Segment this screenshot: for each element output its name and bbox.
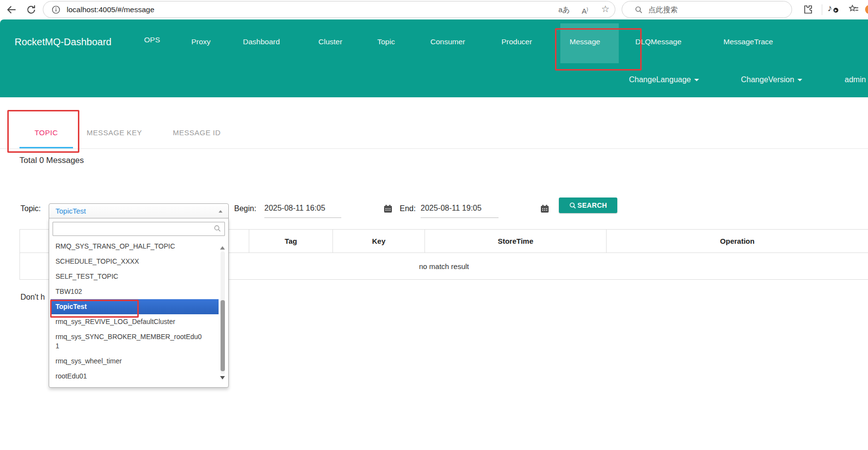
topic-select-value: TopicTest — [55, 204, 86, 218]
tab-message-id[interactable]: MESSAGE ID — [173, 128, 221, 137]
profile-avatar-partial[interactable] — [865, 5, 868, 14]
tab-bar-divider — [0, 148, 868, 149]
change-version-dropdown[interactable]: ChangeVersion — [741, 72, 802, 87]
search-icon — [214, 225, 221, 232]
hint-text-partial: Don't h — [20, 293, 45, 302]
nav-item-producer[interactable]: Producer — [501, 33, 532, 51]
brand-title[interactable]: RocketMQ-Dashboard — [15, 32, 111, 52]
topic-option[interactable]: TBW102 — [51, 284, 219, 299]
back-icon[interactable] — [6, 4, 18, 16]
topic-dropdown-panel: RMQ_SYS_TRANS_OP_HALF_TOPIC SCHEDULE_TOP… — [49, 218, 229, 388]
table-header-storetime: StoreTime — [425, 230, 607, 252]
topic-filter-input[interactable] — [53, 222, 225, 236]
topic-option[interactable]: RMQ_SYS_TRANS_OP_HALF_TOPIC — [51, 239, 219, 254]
toolbar-divider — [822, 4, 822, 15]
address-bar[interactable]: localhost:4005/#/message aあ A) ☆ — [43, 1, 615, 18]
refresh-icon[interactable] — [25, 4, 37, 16]
read-aloud-icon[interactable]: A) — [582, 1, 588, 18]
table-header-operation: Operation — [607, 230, 868, 252]
topic-option-selected[interactable]: TopicTest — [51, 299, 219, 314]
table-header-key: Key — [333, 230, 425, 252]
nav-item-dashboard[interactable]: Dashboard — [243, 33, 280, 51]
nav-item-message[interactable]: Message — [570, 33, 600, 51]
nav-item-messagetrace[interactable]: MessageTrace — [723, 33, 773, 51]
nav-item-topic[interactable]: Topic — [377, 33, 395, 51]
nav-item-cluster[interactable]: Cluster — [318, 33, 342, 51]
top-navbar: RocketMQ-Dashboard OPS Proxy Dashboard C… — [0, 19, 868, 97]
nav-item-consumer[interactable]: Consumer — [430, 33, 465, 51]
scrollbar-thumb[interactable] — [221, 300, 225, 371]
topic-option-list: RMQ_SYS_TRANS_OP_HALF_TOPIC SCHEDULE_TOP… — [51, 239, 219, 384]
chevron-up-icon — [219, 210, 222, 213]
topic-option[interactable]: rmq_sys_SYNC_BROKER_MEMBER_rootEdu01 — [51, 329, 219, 354]
collections-star-icon[interactable] — [848, 4, 860, 16]
favorite-star-icon[interactable]: ☆ — [601, 1, 609, 17]
media-controls-icon[interactable]: ♪▶ — [828, 3, 832, 14]
chevron-down-icon — [694, 79, 699, 81]
site-info-icon[interactable] — [52, 5, 60, 14]
end-input-underline — [421, 217, 499, 218]
topic-option[interactable]: rmq_sys_wheel_timer — [51, 354, 219, 369]
nav-item-proxy[interactable]: Proxy — [191, 33, 211, 51]
topic-option[interactable]: rootEdu01 — [51, 369, 219, 384]
begin-input-underline — [264, 217, 341, 218]
nav-item-ops[interactable]: OPS — [144, 31, 160, 49]
begin-calendar-icon[interactable] — [384, 204, 392, 213]
begin-datetime-input[interactable]: 2025-08-11 16:05 — [264, 204, 325, 213]
scroll-down-arrow-icon[interactable] — [220, 376, 225, 379]
total-messages-text: Total 0 Messages — [19, 156, 84, 165]
topic-option[interactable]: SCHEDULE_TOPIC_XXXX — [51, 254, 219, 269]
extensions-puzzle-icon[interactable] — [802, 4, 814, 16]
end-label: End: — [400, 204, 416, 213]
search-icon — [635, 6, 643, 14]
change-language-dropdown[interactable]: ChangeLanguage — [629, 72, 699, 87]
topic-select[interactable]: TopicTest — [49, 203, 229, 218]
topic-option[interactable]: rmq_sys_REVIVE_LOG_DefaultCluster — [51, 314, 219, 329]
search-icon — [569, 202, 576, 209]
dropdown-scrollbar[interactable] — [221, 252, 225, 374]
search-button[interactable]: SEARCH — [559, 198, 617, 213]
browser-toolbar: localhost:4005/#/message aあ A) ☆ 点此搜索 ♪▶ — [0, 0, 868, 19]
end-datetime-input[interactable]: 2025-08-11 19:05 — [421, 204, 481, 213]
chevron-down-icon — [797, 79, 802, 81]
scroll-up-arrow-icon[interactable] — [220, 246, 225, 250]
nav-item-dlqmessage[interactable]: DLQMessage — [635, 33, 682, 51]
quick-search-box[interactable]: 点此搜索 — [622, 1, 792, 18]
topic-label: Topic: — [20, 204, 41, 213]
quick-search-placeholder[interactable]: 点此搜索 — [648, 1, 678, 18]
end-calendar-icon[interactable] — [540, 204, 549, 213]
tab-message-key[interactable]: MESSAGE KEY — [87, 128, 142, 137]
translate-icon[interactable]: aあ — [558, 1, 570, 18]
table-header-tag: Tag — [249, 230, 333, 252]
tab-topic[interactable]: TOPIC — [19, 128, 73, 137]
topic-option[interactable]: SELF_TEST_TOPIC — [51, 269, 219, 284]
url-text[interactable]: localhost:4005/#/message — [67, 1, 154, 18]
user-menu-admin[interactable]: admin — [845, 72, 866, 87]
begin-label: Begin: — [234, 204, 256, 213]
